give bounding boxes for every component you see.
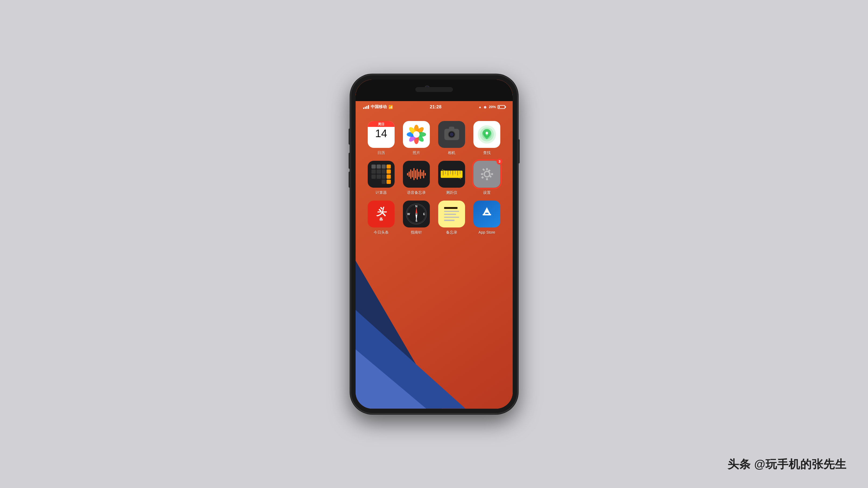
battery-icon: [498, 105, 505, 109]
note-line-5: [444, 220, 455, 221]
camera-body: [444, 129, 459, 140]
note-line-1: [444, 207, 458, 209]
app-label-findmy: 查找: [483, 151, 491, 155]
app-photos[interactable]: 照片: [399, 121, 434, 155]
app-measure[interactable]: 测距仪: [434, 161, 469, 195]
app-label-camera: 相机: [448, 151, 455, 155]
app-icon-photos: [403, 121, 430, 148]
carrier-label: 中国移动: [371, 104, 387, 109]
phone-device: 中国移动 📶 21:28 ▲ ⏰ 20% 周日: [351, 75, 518, 414]
status-right: ▲ ⏰ 20%: [478, 105, 505, 109]
svg-point-14: [486, 132, 488, 134]
app-icon-wrapper-findmy: [473, 121, 500, 148]
signal-icon: [363, 105, 369, 109]
app-icon-calculator: [368, 161, 395, 188]
svg-rect-36: [485, 212, 489, 212]
app-icon-wrapper-toutiao: 头 条: [368, 201, 395, 227]
svg-text:E: E: [423, 212, 425, 215]
compass-svg: N S E W: [404, 202, 429, 226]
battery-percent: 20%: [489, 105, 496, 109]
app-icon-wrapper-camera: [438, 121, 465, 148]
location-icon: ▲: [478, 105, 482, 109]
app-settings[interactable]: 3 设置: [469, 161, 505, 195]
app-findmy[interactable]: 查找: [469, 121, 505, 155]
app-icon-wrapper-appstore: [473, 201, 500, 227]
watermark-text: 头条 @玩手机的张先生: [727, 457, 846, 472]
notes-content: [441, 203, 462, 225]
app-label-notes: 备忘录: [446, 230, 457, 235]
signal-bar-4: [368, 105, 369, 109]
app-label-measure: 测距仪: [446, 190, 457, 195]
battery-body: [498, 105, 505, 109]
app-icon-wrapper-measure: [438, 161, 465, 188]
app-calculator[interactable]: 计算器: [364, 161, 399, 195]
signal-bar-3: [366, 106, 367, 109]
alarm-icon: ⏰: [483, 105, 487, 109]
app-icon-wrapper-calculator: [368, 161, 395, 188]
svg-rect-35: [483, 214, 491, 215]
findmy-svg: [476, 124, 498, 145]
app-icon-notes: [438, 201, 465, 227]
app-icon-settings: [473, 161, 500, 188]
app-icon-compass: N S E W: [403, 201, 430, 227]
toutiao-sub-text: 条: [379, 217, 383, 221]
app-label-toutiao: 今日头条: [374, 230, 389, 235]
app-label-settings: 设置: [483, 190, 491, 195]
app-icon-wrapper-compass: N S E W: [403, 201, 430, 227]
app-icon-wrapper-calendar: 周日 14: [368, 121, 395, 148]
svg-point-34: [415, 213, 417, 215]
app-label-calculator: 计算器: [375, 190, 387, 195]
app-icon-wrapper-settings: 3: [473, 161, 500, 188]
app-icon-wrapper-voicememo: [403, 161, 430, 188]
app-icon-toutiao: 头 条: [368, 201, 395, 227]
status-bar: 中国移动 📶 21:28 ▲ ⏰ 20%: [355, 101, 513, 113]
note-line-2: [444, 211, 459, 212]
app-toutiao[interactable]: 头 条 今日头条: [364, 201, 399, 235]
wifi-icon: 📶: [389, 105, 393, 109]
status-left: 中国移动 📶: [363, 104, 393, 109]
camera-lens: [448, 131, 455, 138]
app-icon-findmy: [473, 121, 500, 148]
app-label-compass: 指南针: [411, 230, 422, 235]
app-icon-wrapper-notes: [438, 201, 465, 227]
phone-notch: [355, 79, 513, 101]
app-grid: 周日 14 日历: [355, 116, 513, 240]
app-camera[interactable]: 相机: [434, 121, 469, 155]
status-time: 21:28: [430, 104, 441, 110]
app-icon-measure: [438, 161, 465, 188]
app-label-photos: 照片: [413, 151, 420, 155]
phone-screen: 中国移动 📶 21:28 ▲ ⏰ 20% 周日: [355, 79, 513, 409]
app-appstore[interactable]: App Store: [469, 201, 505, 235]
measure-svg: [439, 167, 464, 182]
settings-gear-svg: [478, 165, 496, 183]
app-voicememo[interactable]: 语音备忘录: [399, 161, 434, 195]
svg-text:W: W: [407, 212, 410, 215]
app-icon-camera: [438, 121, 465, 148]
battery-fill: [499, 106, 500, 108]
speaker-grille: [415, 87, 453, 92]
appstore-svg: [476, 203, 498, 225]
app-icon-calendar: 周日 14: [368, 121, 395, 148]
waveform: [407, 167, 426, 181]
note-line-3: [444, 214, 456, 215]
signal-bar-2: [365, 107, 366, 109]
app-icon-voicememo: [403, 161, 430, 188]
app-label-calendar: 日历: [377, 151, 385, 155]
app-calendar[interactable]: 周日 14 日历: [364, 121, 399, 155]
calendar-date: 14: [375, 127, 388, 139]
camera-bump: [449, 127, 454, 129]
app-label-appstore: App Store: [478, 230, 495, 234]
signal-bar-1: [363, 107, 364, 109]
app-notes[interactable]: 备忘录: [434, 201, 469, 235]
photos-svg: [406, 124, 427, 145]
app-icon-appstore: [473, 201, 500, 227]
app-icon-wrapper-photos: [403, 121, 430, 148]
toutiao-main-text: 头: [376, 207, 386, 217]
svg-point-25: [485, 172, 489, 176]
settings-badge: 3: [497, 159, 502, 165]
svg-point-8: [413, 131, 420, 138]
app-compass[interactable]: N S E W 指南针: [399, 201, 434, 235]
calendar-weekday: 周日: [368, 121, 395, 127]
app-label-voicememo: 语音备忘录: [407, 190, 426, 195]
note-line-4: [444, 217, 459, 218]
